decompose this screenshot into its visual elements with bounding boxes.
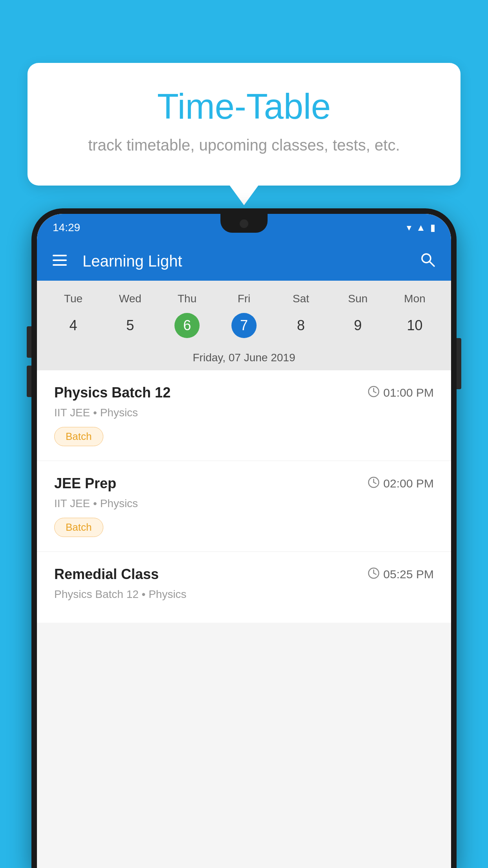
tooltip-subtitle: track timetable, upcoming classes, tests…	[59, 136, 429, 154]
class-card-physics-batch-12[interactable]: Physics Batch 12 01:00 PM IIT JEE • Phys…	[37, 370, 451, 460]
date-4[interactable]: 4	[45, 309, 102, 342]
svg-line-7	[374, 392, 376, 393]
power-button[interactable]	[457, 338, 461, 389]
app-title: Learning Light	[83, 252, 420, 270]
date-10[interactable]: 10	[386, 309, 443, 342]
search-icon[interactable]	[420, 252, 435, 271]
day-wed: Wed	[102, 289, 159, 309]
class-info: IIT JEE • Physics	[54, 497, 434, 510]
batch-badge: Batch	[54, 427, 103, 446]
svg-rect-1	[53, 259, 67, 261]
day-sat: Sat	[272, 289, 329, 309]
menu-icon[interactable]	[53, 254, 67, 268]
class-time: 01:00 PM	[368, 386, 434, 400]
svg-line-4	[429, 261, 434, 266]
svg-rect-2	[53, 264, 67, 266]
clock-icon	[368, 386, 380, 400]
svg-line-13	[374, 573, 376, 574]
calendar-dates: 4 5 6 7 8 9 10	[37, 309, 451, 348]
classes-list: Physics Batch 12 01:00 PM IIT JEE • Phys…	[37, 370, 451, 623]
tooltip-title: Time-Table	[59, 86, 429, 127]
calendar-days-header: Tue Wed Thu Fri Sat Sun Mon	[37, 281, 451, 309]
status-bar: 14:29 ▾ ▲ ▮	[37, 214, 451, 241]
date-6[interactable]: 6	[159, 309, 216, 342]
volume-up-button[interactable]	[27, 326, 31, 358]
day-tue: Tue	[45, 289, 102, 309]
class-card-jee-prep[interactable]: JEE Prep 02:00 PM IIT JEE • Physics	[37, 461, 451, 551]
volume-down-button[interactable]	[27, 366, 31, 397]
status-time: 14:29	[53, 221, 80, 234]
class-name: JEE Prep	[54, 475, 116, 492]
signal-icon: ▲	[416, 222, 426, 233]
day-thu: Thu	[159, 289, 216, 309]
class-card-remedial[interactable]: Remedial Class 05:25 PM Physics Batch 12…	[37, 552, 451, 623]
class-time: 02:00 PM	[368, 476, 434, 491]
class-info: IIT JEE • Physics	[54, 406, 434, 419]
date-8[interactable]: 8	[272, 309, 329, 342]
selected-date-label: Friday, 07 June 2019	[37, 348, 451, 370]
wifi-icon: ▾	[407, 222, 411, 233]
day-mon: Mon	[386, 289, 443, 309]
status-icons: ▾ ▲ ▮	[407, 222, 435, 233]
class-name: Physics Batch 12	[54, 384, 171, 401]
class-time: 05:25 PM	[368, 567, 434, 582]
svg-line-10	[374, 482, 376, 484]
day-fri: Fri	[216, 289, 273, 309]
notch	[220, 214, 268, 233]
clock-icon	[368, 476, 380, 491]
day-sun: Sun	[329, 289, 386, 309]
app-bar: Learning Light	[37, 241, 451, 281]
date-5[interactable]: 5	[102, 309, 159, 342]
tooltip-card: Time-Table track timetable, upcoming cla…	[28, 63, 460, 186]
class-name: Remedial Class	[54, 566, 159, 583]
date-9[interactable]: 9	[329, 309, 386, 342]
svg-rect-0	[53, 255, 67, 256]
batch-badge: Batch	[54, 518, 103, 537]
camera-icon	[240, 219, 248, 228]
calendar-section: Tue Wed Thu Fri Sat Sun Mon 4 5 6 7 8 9 …	[37, 281, 451, 370]
class-info: Physics Batch 12 • Physics	[54, 588, 434, 601]
class-card-header: Physics Batch 12 01:00 PM	[54, 384, 434, 401]
clock-icon	[368, 567, 380, 582]
class-card-header: Remedial Class 05:25 PM	[54, 566, 434, 583]
phone-screen: 14:29 ▾ ▲ ▮ Learning Light	[37, 214, 451, 868]
class-card-header: JEE Prep 02:00 PM	[54, 475, 434, 492]
date-7[interactable]: 7	[216, 309, 273, 342]
phone-frame: 14:29 ▾ ▲ ▮ Learning Light	[31, 208, 457, 868]
battery-icon: ▮	[430, 222, 435, 233]
